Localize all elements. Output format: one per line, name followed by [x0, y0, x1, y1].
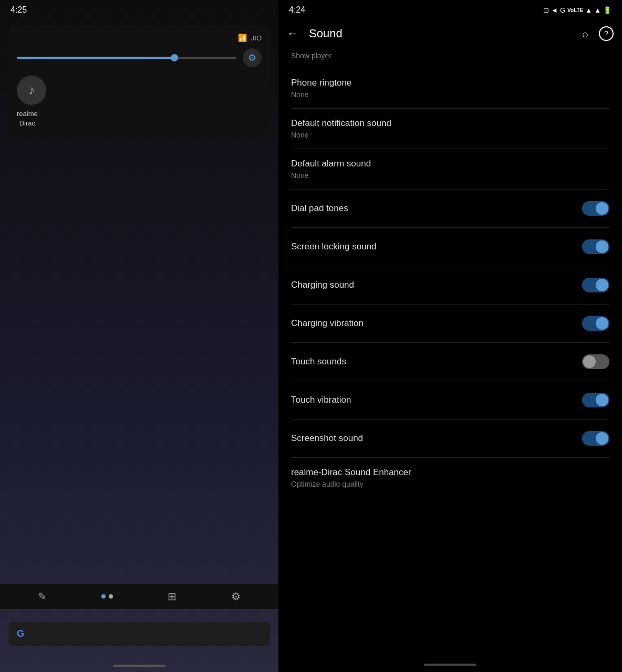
touch-sounds-toggle-thumb — [583, 355, 596, 368]
screenshot-sound-title: Screenshot sound — [291, 433, 363, 444]
g-icon: G — [560, 6, 565, 14]
alarm-sound-text: Default alarm sound None — [291, 159, 371, 180]
touch-vibration-title: Touch vibration — [291, 395, 351, 405]
phone-ringtone-text: Phone ringtone None — [291, 78, 351, 99]
alarm-sound-subtitle: None — [291, 171, 371, 180]
carrier-label: JIO — [251, 34, 262, 42]
settings-item-charging-vibration[interactable]: Charging vibration — [278, 304, 622, 342]
volume-slider[interactable] — [17, 57, 236, 59]
settings-item-phone-ringtone[interactable]: Phone ringtone None — [278, 68, 622, 108]
signal-icon: 📶 — [238, 34, 247, 42]
settings-item-screenshot-sound[interactable]: Screenshot sound — [278, 419, 622, 457]
media-title: realme Dirac — [17, 109, 38, 128]
left-time: 4:25 — [11, 5, 27, 15]
volume-fill — [17, 57, 175, 59]
dial-pad-toggle[interactable] — [582, 201, 609, 216]
battery-icon: 🔋 — [603, 6, 611, 14]
screen-locking-toggle-thumb — [596, 240, 608, 253]
settings-icon[interactable]: ⚙ — [231, 590, 241, 603]
help-icon[interactable]: ? — [599, 26, 614, 41]
show-player-label: Show player — [291, 51, 331, 60]
dial-pad-title: Dial pad tones — [291, 203, 348, 214]
media-card: 📶 JIO ⚙ ♪ realme Dirac — [8, 25, 270, 136]
screenshot-sound-toggle-thumb — [596, 432, 608, 445]
screen-locking-title: Screen locking sound — [291, 242, 377, 252]
media-settings-gear[interactable]: ⚙ — [243, 48, 262, 67]
google-logo: G — [17, 628, 24, 639]
right-panel: 4:24 ⊡ ◄ G VoLTE ▲ ▲ 🔋 ← Sound ⌕ ? Show … — [278, 0, 622, 672]
alarm-sound-title: Default alarm sound — [291, 159, 371, 169]
wifi-icon: ▲ — [585, 6, 592, 14]
phone-ringtone-subtitle: None — [291, 90, 351, 99]
screenshot-sound-toggle[interactable] — [582, 431, 609, 446]
touch-sounds-text: Touch sounds — [291, 356, 346, 367]
touch-vibration-toggle-thumb — [596, 394, 608, 406]
dot-2 — [109, 594, 113, 598]
back-button[interactable]: ← — [287, 27, 298, 40]
screenshot-sound-text: Screenshot sound — [291, 433, 363, 444]
message-icon: ⊡ — [543, 6, 549, 14]
charging-vibration-toggle[interactable] — [582, 316, 609, 331]
page-title: Sound — [309, 27, 572, 40]
notification-sound-title: Default notification sound — [291, 118, 391, 129]
touch-sounds-toggle[interactable] — [582, 354, 609, 369]
touch-vibration-text: Touch vibration — [291, 395, 351, 405]
charging-sound-toggle-thumb — [596, 279, 608, 291]
media-card-top: 📶 JIO — [17, 34, 262, 42]
signal-strength-icon: ▲ — [594, 6, 601, 14]
charging-sound-text: Charging sound — [291, 280, 354, 290]
lte-icon: VoLTE — [567, 7, 583, 13]
settings-item-realme-dirac[interactable]: realme-Dirac Sound Enhancer Optimize aud… — [278, 458, 622, 498]
status-icons: ⊡ ◄ G VoLTE ▲ ▲ 🔋 — [543, 6, 611, 14]
dial-pad-text: Dial pad tones — [291, 203, 348, 214]
nav-icon: ◄ — [551, 6, 558, 14]
right-header: ← Sound ⌕ ? — [278, 20, 622, 47]
right-status-bar: 4:24 ⊡ ◄ G VoLTE ▲ ▲ 🔋 — [278, 0, 622, 20]
charging-sound-toggle[interactable] — [582, 278, 609, 292]
edit-icon[interactable]: ✎ — [38, 590, 47, 603]
touch-sounds-title: Touch sounds — [291, 356, 346, 367]
search-icon[interactable]: ⌕ — [582, 28, 588, 40]
google-search-bar[interactable]: G — [8, 622, 270, 646]
left-status-bar: 4:25 — [0, 0, 278, 20]
settings-item-touch-sounds[interactable]: Touch sounds — [278, 343, 622, 381]
settings-item-dial-pad[interactable]: Dial pad tones — [278, 190, 622, 227]
volume-track — [17, 57, 236, 59]
header-actions: ⌕ ? — [582, 26, 614, 41]
charging-vibration-text: Charging vibration — [291, 318, 364, 329]
dial-pad-toggle-thumb — [596, 202, 608, 215]
settings-item-screen-locking[interactable]: Screen locking sound — [278, 228, 622, 266]
notification-sound-subtitle: None — [291, 131, 391, 139]
realme-dirac-subtitle: Optimize audio quality — [291, 480, 411, 488]
settings-item-charging-sound[interactable]: Charging sound — [278, 266, 622, 304]
realme-dirac-text: realme-Dirac Sound Enhancer Optimize aud… — [291, 467, 411, 488]
charging-vibration-toggle-thumb — [596, 317, 608, 330]
touch-vibration-toggle[interactable] — [582, 393, 609, 407]
left-bottom-bar: ✎ ⊞ ⚙ — [0, 584, 278, 609]
filmstrip-icon[interactable]: ⊞ — [168, 590, 177, 603]
right-time: 4:24 — [289, 5, 305, 15]
screen-locking-toggle[interactable] — [582, 239, 609, 254]
settings-list: Phone ringtone None Default notification… — [278, 68, 622, 659]
volume-thumb — [171, 54, 178, 61]
screen-locking-text: Screen locking sound — [291, 242, 377, 252]
show-player-row[interactable]: Show player — [278, 47, 622, 68]
page-dots — [101, 594, 113, 598]
home-indicator-right — [424, 664, 476, 666]
settings-item-alarm-sound[interactable]: Default alarm sound None — [278, 149, 622, 189]
home-indicator-left — [113, 665, 165, 667]
settings-item-notification-sound[interactable]: Default notification sound None — [278, 109, 622, 149]
music-icon: ♪ — [17, 76, 46, 105]
settings-item-touch-vibration[interactable]: Touch vibration — [278, 381, 622, 419]
charging-sound-title: Charging sound — [291, 280, 354, 290]
phone-ringtone-title: Phone ringtone — [291, 78, 351, 88]
charging-vibration-title: Charging vibration — [291, 318, 364, 329]
dot-1 — [101, 594, 106, 598]
volume-row: ⚙ — [17, 48, 262, 67]
left-panel: 4:25 📶 JIO ⚙ ♪ realme Dirac — [0, 0, 278, 672]
realme-dirac-title: realme-Dirac Sound Enhancer — [291, 467, 411, 478]
notification-sound-text: Default notification sound None — [291, 118, 391, 139]
